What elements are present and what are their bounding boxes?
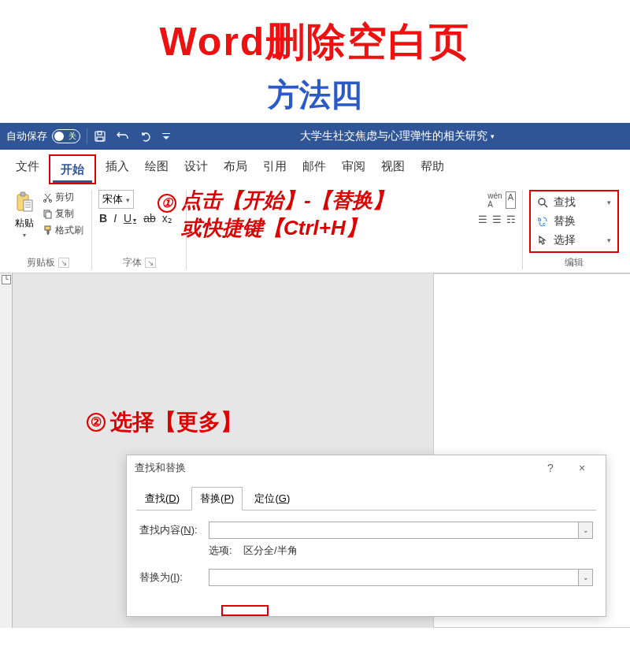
- find-button[interactable]: 查找▾: [532, 193, 616, 212]
- svg-rect-1: [98, 132, 102, 135]
- select-button[interactable]: 选择▾: [532, 231, 616, 250]
- phonetic-guide-button[interactable]: wénA: [487, 191, 502, 209]
- tab-draw[interactable]: 绘图: [137, 154, 176, 184]
- replace-input[interactable]: [209, 570, 578, 585]
- group-clipboard: 粘贴 ▾ 剪切 复制 格式刷 剪贴板↘: [5, 190, 92, 269]
- document-title: 大学生社交焦虑与心理弹性的相关研究▾: [171, 129, 624, 143]
- svg-line-16: [544, 204, 547, 207]
- window-titlebar: 自动保存 关 大学生社交焦虑与心理弹性的相关研究▾: [0, 123, 630, 150]
- dialog-title-text: 查找和替换: [135, 461, 186, 475]
- dialog-tabs: 查找(D) 替换(P) 定位(G): [127, 481, 606, 510]
- svg-text:b: b: [538, 217, 541, 222]
- underline-button[interactable]: U▾: [122, 212, 138, 225]
- ribbon-tabs: 文件 开始 插入 绘图 设计 布局 引用 邮件 审阅 视图 帮助: [0, 150, 630, 185]
- find-history-dropdown[interactable]: ⌄: [578, 522, 592, 538]
- replace-button[interactable]: bc 替换: [532, 212, 616, 231]
- svg-rect-13: [46, 212, 51, 218]
- toggle-switch[interactable]: 关: [52, 129, 80, 143]
- document-canvas: └ ② 选择【更多】 查找和替换 ? × 查找(D) 替换(P) 定位(G) 查…: [0, 273, 630, 628]
- svg-text:c: c: [543, 221, 546, 227]
- multilevel-list-icon[interactable]: ☶: [506, 213, 516, 225]
- highlight-more-button: [221, 605, 269, 616]
- svg-rect-5: [20, 192, 25, 196]
- find-input-wrapper: ⌄: [209, 522, 593, 539]
- dialog-launcher-icon[interactable]: ↘: [145, 258, 156, 268]
- svg-rect-2: [97, 137, 103, 141]
- tab-mailings[interactable]: 邮件: [295, 154, 334, 184]
- save-icon[interactable]: [94, 130, 106, 143]
- paste-label: 粘贴: [15, 217, 34, 230]
- options-value: 区分全/半角: [243, 544, 298, 556]
- bold-button[interactable]: B: [98, 212, 108, 225]
- group-editing-label: 编辑: [529, 253, 619, 269]
- dialog-titlebar[interactable]: 查找和替换 ? ×: [127, 455, 606, 481]
- options-label: 选项:: [209, 544, 232, 556]
- tutorial-header: Word删除空白页 方法四: [0, 0, 630, 123]
- tutorial-title: Word删除空白页: [0, 16, 630, 69]
- autosave-label: 自动保存: [6, 129, 47, 143]
- group-font-label: 字体↘: [98, 253, 180, 269]
- italic-button[interactable]: I: [113, 212, 117, 225]
- paste-button[interactable]: 粘贴 ▾: [11, 190, 38, 240]
- svg-point-15: [539, 199, 545, 205]
- format-painter-button[interactable]: 格式刷: [41, 223, 85, 238]
- dialog-body: 查找内容(N): ⌄ 选项: 区分全/半角 替换为(I): ⌄: [136, 510, 596, 602]
- step-marker-2: ②: [87, 413, 106, 432]
- annotation-step1: ①点击【开始】-【替换】 或快捷键【Ctrl+H】: [158, 187, 393, 242]
- font-family-select[interactable]: 宋体 ▾: [98, 190, 134, 209]
- tab-design[interactable]: 设计: [176, 154, 216, 184]
- annotation-step2: ② 选择【更多】: [87, 407, 243, 437]
- find-input[interactable]: [209, 522, 578, 538]
- highlight-home-tab: 开始: [49, 154, 96, 184]
- strikethrough-button[interactable]: ab: [143, 212, 157, 225]
- highlight-edit-group: 查找▾ bc 替换 选择▾: [529, 190, 619, 253]
- dialog-close-button[interactable]: ×: [566, 462, 598, 474]
- customize-dropdown-icon[interactable]: [161, 132, 171, 141]
- find-label: 查找内容(N):: [139, 523, 202, 537]
- ribbon: 粘贴 ▾ 剪切 复制 格式刷 剪贴板↘: [0, 185, 630, 273]
- replace-history-dropdown[interactable]: ⌄: [578, 570, 592, 585]
- find-replace-dialog[interactable]: 查找和替换 ? × 查找(D) 替换(P) 定位(G) 查找内容(N): ⌄ 选…: [126, 455, 606, 617]
- tab-selector[interactable]: └: [2, 275, 11, 284]
- step-marker-1: ①: [158, 194, 176, 213]
- number-list-icon[interactable]: ☰: [492, 213, 502, 225]
- cut-button[interactable]: 剪切: [41, 190, 85, 205]
- dialog-help-button[interactable]: ?: [535, 462, 566, 474]
- group-clipboard-label: 剪贴板↘: [11, 253, 85, 269]
- tab-file[interactable]: 文件: [8, 154, 47, 184]
- tab-layout[interactable]: 布局: [216, 154, 255, 184]
- tab-help[interactable]: 帮助: [413, 154, 452, 184]
- tab-insert[interactable]: 插入: [98, 154, 137, 184]
- bullet-list-icon[interactable]: ☰: [478, 213, 487, 225]
- replace-input-wrapper: ⌄: [209, 569, 593, 586]
- svg-rect-6: [24, 200, 32, 211]
- redo-icon[interactable]: [139, 130, 152, 143]
- copy-button[interactable]: 复制: [41, 206, 85, 221]
- replace-label: 替换为(I):: [139, 570, 202, 585]
- dialog-tab-find[interactable]: 查找(D): [136, 487, 188, 510]
- dialog-tab-replace[interactable]: 替换(P): [191, 487, 243, 510]
- svg-rect-3: [162, 133, 170, 134]
- tab-review[interactable]: 审阅: [334, 154, 373, 184]
- tab-view[interactable]: 视图: [373, 154, 413, 184]
- autosave-toggle[interactable]: 自动保存 关: [6, 129, 80, 143]
- divider: [87, 128, 87, 144]
- tutorial-subtitle: 方法四: [0, 73, 630, 117]
- dialog-tab-goto[interactable]: 定位(G): [246, 487, 298, 510]
- svg-rect-14: [45, 226, 50, 230]
- tab-home[interactable]: 开始: [53, 158, 92, 183]
- undo-icon[interactable]: [116, 130, 130, 143]
- vertical-ruler: └: [0, 273, 13, 628]
- group-editing: 查找▾ bc 替换 选择▾ 编辑: [523, 190, 625, 269]
- tab-references[interactable]: 引用: [255, 154, 295, 184]
- dialog-launcher-icon[interactable]: ↘: [58, 258, 69, 268]
- char-border-button[interactable]: A: [506, 191, 516, 209]
